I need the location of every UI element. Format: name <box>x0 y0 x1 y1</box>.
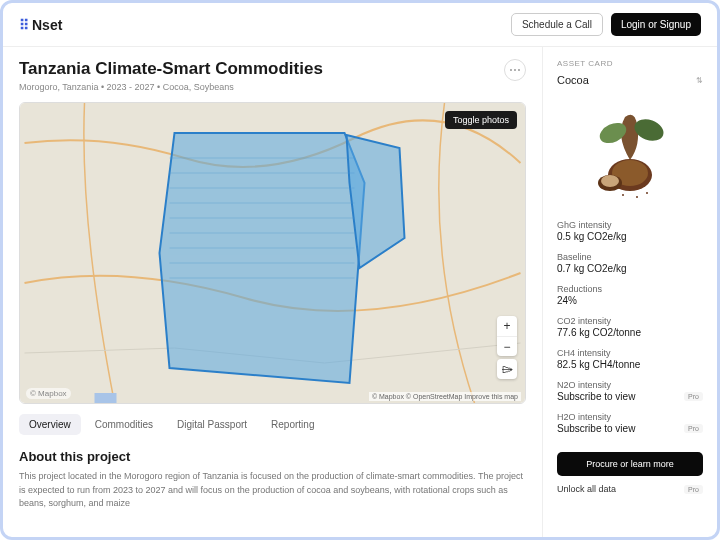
compass-button[interactable]: ⌲ <box>497 359 517 379</box>
metric-co2: CO2 intensity 77.6 kg CO2/tonne <box>557 316 703 338</box>
tabs: Overview Commodities Digital Passport Re… <box>19 414 526 435</box>
metric-h2o-locked: H2O intensity Subscribe to view Pro <box>557 412 703 434</box>
tab-overview[interactable]: Overview <box>19 414 81 435</box>
zoom-in-button[interactable]: + <box>497 316 517 336</box>
more-menu-button[interactable]: ⋯ <box>504 59 526 81</box>
chevron-updown-icon: ⇅ <box>696 76 703 85</box>
mapbox-logo: © Mapbox <box>26 388 71 399</box>
login-signup-button[interactable]: Login or Signup <box>611 13 701 36</box>
svg-marker-2 <box>160 133 365 383</box>
brand-logo: ⠿ Nset <box>19 17 62 33</box>
metric-ghg: GhG intensity 0.5 kg CO2e/kg <box>557 220 703 242</box>
zoom-out-button[interactable]: − <box>497 336 517 356</box>
asset-image <box>557 100 703 210</box>
metric-baseline: Baseline 0.7 kg CO2e/kg <box>557 252 703 274</box>
project-title: Tanzania Climate-Smart Commodities <box>19 59 323 79</box>
asset-name: Cocoa <box>557 74 589 86</box>
brand-name: Nset <box>32 17 62 33</box>
unlock-row[interactable]: Unlock all data Pro <box>557 484 703 494</box>
map-container: Toggle photos + − ⌲ © Mapbox © Mapbox © … <box>19 102 526 404</box>
main-content: Tanzania Climate-Smart Commodities Morog… <box>3 47 542 537</box>
tab-digital-passport[interactable]: Digital Passport <box>167 414 257 435</box>
procure-button[interactable]: Procure or learn more <box>557 452 703 476</box>
pro-badge: Pro <box>684 424 703 433</box>
map-attribution: © Mapbox © OpenStreetMap Improve this ma… <box>369 392 521 401</box>
schedule-call-button[interactable]: Schedule a Call <box>511 13 603 36</box>
metric-reductions: Reductions 24% <box>557 284 703 306</box>
svg-point-21 <box>646 192 648 194</box>
project-subtitle: Morogoro, Tanzania • 2023 - 2027 • Cocoa… <box>19 82 323 92</box>
about-body: This project located in the Morogoro reg… <box>19 470 526 511</box>
svg-point-19 <box>622 194 624 196</box>
svg-point-20 <box>636 196 638 198</box>
tab-reporting[interactable]: Reporting <box>261 414 324 435</box>
asset-card: ASSET CARD Cocoa ⇅ GhG intensity <box>542 47 717 537</box>
about-heading: About this project <box>19 449 526 464</box>
toggle-photos-button[interactable]: Toggle photos <box>445 111 517 129</box>
pro-badge: Pro <box>684 392 703 401</box>
asset-select[interactable]: Cocoa ⇅ <box>557 74 703 94</box>
pro-badge: Pro <box>684 485 703 494</box>
map[interactable] <box>20 103 525 403</box>
svg-rect-1 <box>95 393 117 403</box>
svg-point-18 <box>601 175 619 187</box>
tab-commodities[interactable]: Commodities <box>85 414 163 435</box>
metric-ch4: CH4 intensity 82.5 kg CH4/tonne <box>557 348 703 370</box>
asset-card-label: ASSET CARD <box>557 59 703 68</box>
logo-icon: ⠿ <box>19 17 28 33</box>
header: ⠿ Nset Schedule a Call Login or Signup <box>3 3 717 47</box>
metric-n2o-locked: N2O intensity Subscribe to view Pro <box>557 380 703 402</box>
